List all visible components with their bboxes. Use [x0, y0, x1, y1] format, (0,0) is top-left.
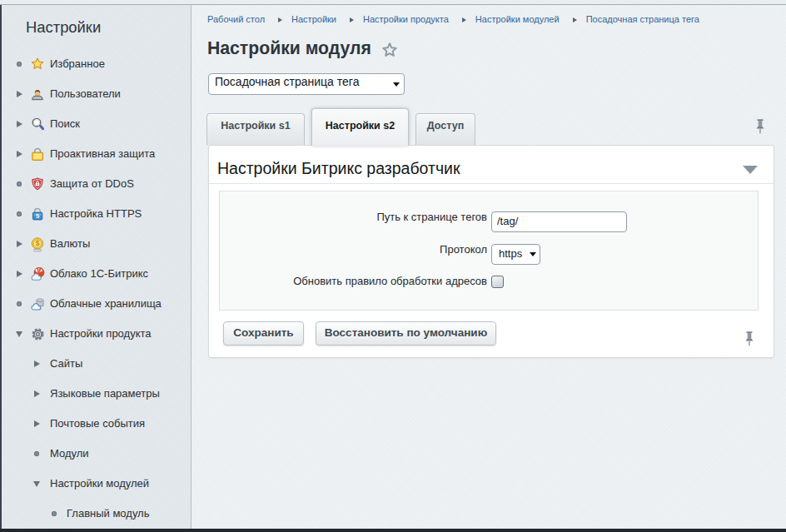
sidebar-item[interactable]: Модули — [2, 439, 191, 469]
save-button[interactable]: Сохранить — [223, 321, 304, 346]
panel-header: Настройки Битрикс разработчик — [209, 146, 774, 184]
page-title: Настройки модуля — [207, 38, 371, 58]
sidebar-item[interactable]: Облако 1С-Битрикс — [2, 259, 191, 289]
sidebar-item-label: Защита от DDoS — [50, 177, 134, 191]
sidebar-item-label: Настройки модулей — [50, 477, 149, 490]
tab-2[interactable]: Настройки s2 — [311, 108, 409, 146]
chevron-right-icon[interactable] — [17, 151, 22, 157]
protocol-select-value: https — [499, 247, 522, 260]
breadcrumb-separator-icon — [278, 17, 282, 22]
settings-panel: Настройки Битрикс разработчик Путь к стр… — [208, 145, 774, 358]
sidebar-item[interactable]: Сайты — [2, 349, 191, 379]
sidebar-item[interactable]: Облачные хранилища — [2, 289, 191, 319]
breadcrumb-link[interactable]: Настройки модулей — [475, 14, 560, 24]
bullet-icon — [34, 451, 39, 456]
sidebar-item-label: Пользователи — [50, 87, 121, 101]
module-select-value: Посадочная страница тега — [215, 75, 359, 88]
update-rule-checkbox[interactable] — [491, 276, 504, 288]
breadcrumb-link[interactable]: Посадочная страница тега — [586, 14, 699, 24]
sidebar-menu: Избранное Пользователи Поиск Проактивная… — [2, 49, 191, 529]
breadcrumb: Рабочий столНастройкиНастройки продуктаН… — [207, 13, 699, 25]
sidebar-item[interactable]: Почтовые события — [2, 409, 191, 439]
sidebar-item[interactable]: Защита от DDoS — [2, 169, 191, 199]
favorite-star-icon[interactable] — [381, 42, 398, 58]
bullet-icon — [52, 511, 57, 516]
restore-defaults-button[interactable]: Восстановить по умолчанию — [316, 321, 496, 346]
bullet-icon — [17, 211, 22, 216]
chevron-right-icon[interactable] — [34, 390, 40, 397]
sidebar-item-label: Почтовые события — [50, 417, 145, 430]
chevron-right-icon[interactable] — [17, 271, 22, 277]
chevron-right-icon[interactable] — [34, 420, 40, 427]
sidebar-item[interactable]: SНастройка HTTPS — [2, 199, 191, 229]
breadcrumb-separator-icon — [462, 17, 466, 22]
sidebar-item-label: Главный модуль — [67, 507, 149, 520]
sidebar-item[interactable]: Пользователи — [2, 79, 191, 109]
app: Настройки Избранное Пользователи Поиск П… — [0, 5, 786, 532]
form-control: https — [491, 244, 540, 265]
sidebar-item[interactable]: $Валюты — [2, 229, 191, 259]
breadcrumb-link[interactable]: Рабочий стол — [207, 14, 265, 24]
select-arrow-icon — [393, 82, 400, 87]
shield-ddos-icon — [31, 177, 44, 191]
tag-path-input[interactable] — [491, 211, 627, 232]
sidebar-item-label: Облако 1С-Битрикс — [50, 267, 148, 281]
form-label: Обновить правило обработки адресов — [293, 275, 487, 287]
sidebar-item[interactable]: Языковые параметры — [2, 379, 191, 409]
form-label: Путь к странице тегов — [376, 211, 487, 223]
chevron-right-icon[interactable] — [17, 91, 22, 97]
gear-icon — [31, 327, 44, 341]
sidebar: Настройки Избранное Пользователи Поиск П… — [0, 5, 192, 532]
sidebar-item-label: Облачные хранилища — [50, 297, 162, 311]
chevron-right-icon[interactable] — [34, 360, 40, 367]
sidebar-item[interactable]: Поиск — [2, 109, 191, 139]
bullet-icon — [17, 301, 22, 306]
chevron-right-icon[interactable] — [17, 121, 22, 127]
form-label: Протокол — [440, 243, 487, 256]
sidebar-item-label: Языковые параметры — [50, 387, 160, 400]
chevron-right-icon[interactable] — [17, 241, 22, 247]
user-icon — [31, 87, 44, 101]
form-control — [491, 211, 627, 232]
main-content: Рабочий столНастройкиНастройки продуктаН… — [192, 5, 786, 532]
breadcrumb-separator-icon — [573, 17, 577, 22]
sidebar-item[interactable]: Главный модуль — [2, 499, 191, 529]
lock-https-icon: S — [31, 207, 44, 221]
pin-icon-panel[interactable] — [745, 331, 754, 346]
sidebar-item[interactable]: Избранное — [2, 49, 191, 79]
chevron-down-icon[interactable] — [16, 331, 22, 337]
pin-icon-top[interactable] — [756, 119, 764, 134]
star-icon — [31, 57, 44, 71]
svg-text:$: $ — [36, 239, 40, 247]
collapse-arrow-icon[interactable] — [743, 166, 758, 174]
cloud-storage-icon — [31, 297, 44, 311]
sidebar-title: Настройки — [26, 19, 101, 36]
tab-3[interactable]: Доступ — [415, 113, 475, 145]
panel-title: Настройки Битрикс разработчик — [217, 160, 460, 177]
lock-gold-icon — [31, 147, 44, 161]
sidebar-item-label: Настройки продукта — [50, 327, 152, 341]
sidebar-item-label: Избранное — [50, 57, 105, 71]
sidebar-item[interactable]: Настройки модулей — [2, 469, 191, 499]
chevron-down-icon[interactable] — [33, 481, 40, 487]
form-control — [491, 276, 504, 288]
sidebar-item-label: Модули — [50, 447, 89, 460]
coin-icon: $ — [31, 237, 44, 251]
sidebar-item-label: Настройка HTTPS — [50, 207, 142, 221]
sidebar-item-label: Валюты — [50, 237, 90, 251]
sidebar-item-label: Проактивная защита — [50, 147, 155, 161]
breadcrumb-link[interactable]: Настройки продукта — [363, 14, 449, 24]
bottom-strip — [0, 529, 786, 532]
form-box: Путь к странице тегов Протокол https Обн… — [219, 191, 759, 311]
cloud-bitrix-icon — [31, 267, 44, 281]
bullet-icon — [17, 181, 22, 186]
sidebar-item[interactable]: Проактивная защита — [2, 139, 191, 169]
svg-text:S: S — [36, 213, 40, 219]
search-icon — [31, 117, 44, 131]
tab-1[interactable]: Настройки s1 — [206, 113, 305, 145]
protocol-select[interactable]: https — [491, 244, 540, 265]
module-select[interactable]: Посадочная страница тега — [208, 73, 405, 95]
sidebar-item[interactable]: Настройки продукта — [2, 319, 191, 349]
breadcrumb-link[interactable]: Настройки — [291, 14, 336, 24]
breadcrumb-separator-icon — [350, 17, 354, 22]
